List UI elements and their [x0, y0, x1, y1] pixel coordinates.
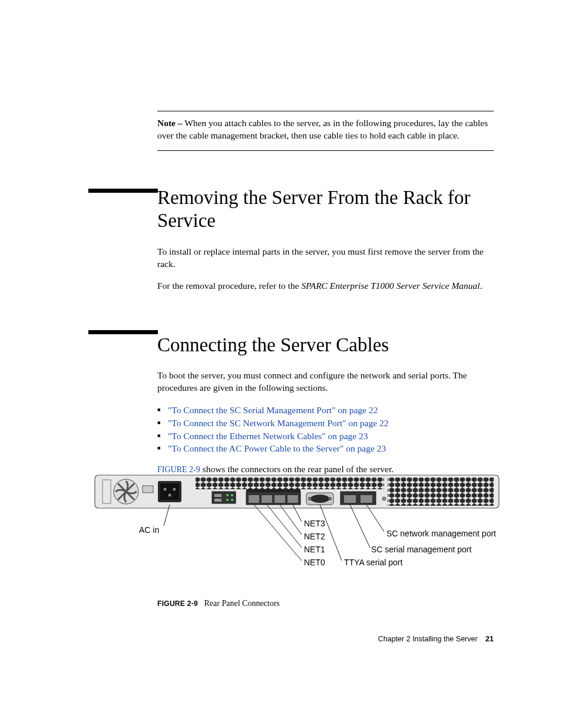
callout-sc-serial: SC serial management port: [371, 545, 471, 554]
callout-sc-network: SC network management port: [386, 529, 496, 538]
svg-rect-22: [275, 495, 285, 503]
footer-chapter: Chapter 2 Installing the Server: [378, 635, 478, 643]
text: .: [480, 281, 482, 291]
xref-link-ac-power[interactable]: "To Connect the AC Power Cable to the Se…: [168, 443, 386, 453]
svg-point-32: [382, 497, 386, 500]
svg-rect-21: [262, 495, 272, 503]
svg-rect-10: [388, 477, 494, 506]
svg-rect-31: [361, 495, 372, 503]
svg-line-37: [254, 505, 302, 561]
svg-rect-30: [344, 495, 356, 503]
callout-ac-in: AC in: [139, 525, 159, 535]
note-block: Note – When you attach cables to the ser…: [157, 111, 494, 151]
svg-point-18: [231, 499, 233, 501]
svg-point-26: [310, 495, 329, 503]
text: For the removal procedure, refer to the: [157, 281, 301, 291]
xref-link-sc-serial[interactable]: "To Connect the SC Serial Management Por…: [168, 405, 378, 415]
svg-rect-14: [214, 499, 222, 502]
callout-net3: NET3: [304, 519, 325, 528]
figure-caption: FIGURE 2-9 Rear Panel Connectors: [94, 599, 494, 608]
svg-rect-9: [196, 477, 384, 489]
svg-rect-13: [214, 494, 222, 497]
callout-ttya: TTYA serial port: [344, 558, 402, 567]
figure-rear-panel: AC in NET3 NET2 NET1 NET0 TTYA serial po…: [94, 472, 494, 608]
callout-net0: NET0: [304, 558, 325, 567]
xref-link-ethernet[interactable]: "To Connect the Ethernet Network Cables"…: [168, 431, 368, 441]
footer-page-number: 21: [485, 635, 494, 643]
section-rule-1: [88, 189, 158, 193]
xref-link-sc-network[interactable]: "To Connect the SC Network Management Po…: [168, 418, 388, 428]
svg-point-7: [173, 488, 176, 491]
svg-point-28: [329, 498, 332, 500]
paragraph: For the removal procedure, refer to the …: [157, 280, 494, 292]
svg-rect-5: [160, 483, 179, 500]
page-footer: Chapter 2 Installing the Server 21: [378, 635, 494, 643]
paragraph: To boot the server, you must connect and…: [157, 370, 494, 394]
figure-caption-label: FIGURE 2-9: [157, 599, 198, 608]
svg-point-17: [226, 499, 229, 501]
heading-connecting-cables: Connecting the Server Cables: [157, 334, 494, 357]
server-rear-panel-illustration: [94, 472, 500, 513]
xref-list: "To Connect the SC Serial Management Por…: [157, 404, 494, 455]
svg-rect-23: [287, 495, 298, 503]
svg-point-16: [231, 494, 233, 496]
manual-title: SPARC Enterprise T1000 Server Service Ma…: [301, 281, 480, 291]
svg-point-6: [164, 488, 167, 491]
paragraph: To install or replace internal parts in …: [157, 246, 494, 271]
callout-net1: NET1: [304, 545, 325, 554]
svg-rect-20: [249, 495, 259, 503]
svg-point-15: [226, 494, 229, 496]
note-label: Note –: [157, 118, 183, 128]
section-rule-2: [88, 330, 158, 334]
heading-removing-server: Removing the Server From the Rack for Se…: [157, 186, 494, 233]
svg-point-27: [309, 498, 312, 500]
callout-net2: NET2: [304, 532, 325, 541]
note-text: When you attach cables to the server, as…: [157, 118, 488, 140]
figure-caption-text: Rear Panel Connectors: [204, 599, 280, 608]
svg-rect-3: [143, 486, 153, 493]
svg-point-8: [168, 494, 171, 497]
svg-rect-24: [246, 489, 300, 492]
